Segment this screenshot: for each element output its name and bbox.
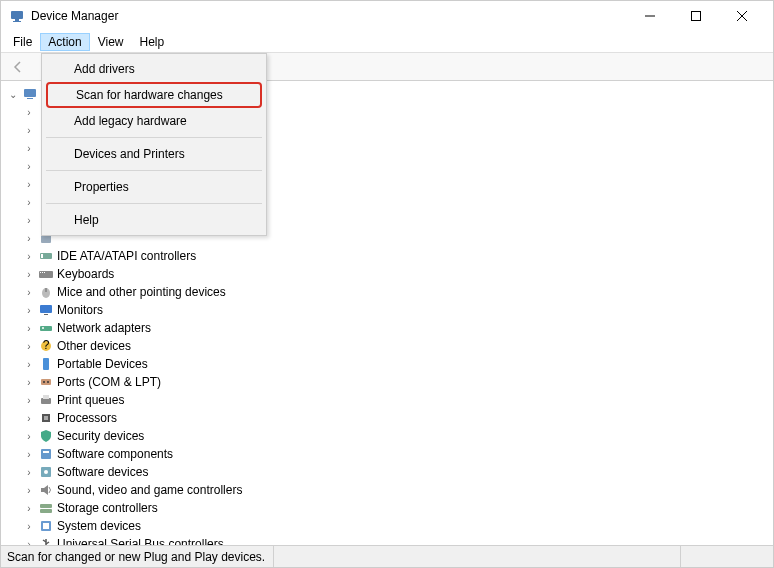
cpu-icon xyxy=(38,410,54,426)
expander-icon[interactable]: › xyxy=(23,269,35,280)
expander-icon[interactable]: › xyxy=(23,143,35,154)
svg-rect-36 xyxy=(43,395,49,399)
expander-icon[interactable]: › xyxy=(23,395,35,406)
tree-item-label: Processors xyxy=(57,411,117,425)
tree-item-label: Monitors xyxy=(57,303,103,317)
expander-icon[interactable]: › xyxy=(23,233,35,244)
port-icon xyxy=(38,374,54,390)
expander-icon[interactable]: › xyxy=(23,287,35,298)
tree-item-label: System devices xyxy=(57,519,141,533)
expander-icon[interactable]: › xyxy=(23,251,35,262)
expander-icon[interactable]: ⌄ xyxy=(7,89,19,100)
expander-icon[interactable]: › xyxy=(23,305,35,316)
tree-item[interactable]: ›Security devices xyxy=(7,427,773,445)
statusbar: Scan for changed or new Plug and Play de… xyxy=(1,545,773,567)
maximize-button[interactable] xyxy=(673,1,719,31)
tree-item[interactable]: ›Universal Serial Bus controllers xyxy=(7,535,773,545)
expander-icon[interactable]: › xyxy=(23,359,35,370)
tree-item-label: Software devices xyxy=(57,465,148,479)
ide-icon xyxy=(38,248,54,264)
tree-item[interactable]: ›Software components xyxy=(7,445,773,463)
menu-item-devices-and-printers[interactable]: Devices and Printers xyxy=(44,141,264,167)
svg-rect-26 xyxy=(44,314,48,315)
svg-rect-31 xyxy=(43,358,49,370)
expander-icon[interactable]: › xyxy=(23,179,35,190)
tree-item[interactable]: ›?Other devices xyxy=(7,337,773,355)
menu-separator xyxy=(46,137,262,138)
expander-icon[interactable]: › xyxy=(23,521,35,532)
svg-rect-20 xyxy=(40,272,41,273)
tree-item-label: Storage controllers xyxy=(57,501,158,515)
tree-item[interactable]: ›IDE ATA/ATAPI controllers xyxy=(7,247,773,265)
tree-item[interactable]: ›Monitors xyxy=(7,301,773,319)
svg-rect-19 xyxy=(39,271,53,278)
svg-rect-44 xyxy=(40,509,52,513)
svg-rect-39 xyxy=(41,449,51,459)
minimize-button[interactable] xyxy=(627,1,673,31)
mouse-icon xyxy=(38,284,54,300)
expander-icon[interactable]: › xyxy=(23,323,35,334)
expander-icon[interactable]: › xyxy=(23,413,35,424)
tree-item-label: Other devices xyxy=(57,339,131,353)
menu-file[interactable]: File xyxy=(5,33,40,51)
tree-item-label: Portable Devices xyxy=(57,357,148,371)
expander-icon[interactable]: › xyxy=(23,485,35,496)
expander-icon[interactable]: › xyxy=(23,215,35,226)
tree-item[interactable]: ›Storage controllers xyxy=(7,499,773,517)
expander-icon[interactable]: › xyxy=(23,125,35,136)
back-button[interactable] xyxy=(7,56,29,78)
tree-item[interactable]: ›Keyboards xyxy=(7,265,773,283)
tree-item[interactable]: ›Mice and other pointing devices xyxy=(7,283,773,301)
svg-rect-40 xyxy=(43,451,49,453)
svg-rect-22 xyxy=(44,272,45,273)
statusbar-cell-2 xyxy=(571,546,681,567)
other-icon: ? xyxy=(38,338,54,354)
menu-help[interactable]: Help xyxy=(132,33,173,51)
keyboard-icon xyxy=(38,266,54,282)
svg-rect-38 xyxy=(44,416,48,420)
menu-item-add-drivers[interactable]: Add drivers xyxy=(44,56,264,82)
security-icon xyxy=(38,428,54,444)
tree-item[interactable]: ›Processors xyxy=(7,409,773,427)
svg-rect-4 xyxy=(692,12,701,21)
expander-icon[interactable]: › xyxy=(23,449,35,460)
statusbar-text: Scan for changed or new Plug and Play de… xyxy=(7,546,274,567)
tree-item-label: Mice and other pointing devices xyxy=(57,285,226,299)
expander-icon[interactable]: › xyxy=(23,341,35,352)
tree-item[interactable]: ›Print queues xyxy=(7,391,773,409)
svg-point-33 xyxy=(43,381,45,383)
storage-icon xyxy=(38,500,54,516)
svg-rect-27 xyxy=(40,326,52,331)
printer-icon xyxy=(38,392,54,408)
statusbar-cell-3 xyxy=(689,546,759,567)
menubar: File Action View Help xyxy=(1,31,773,53)
tree-item[interactable]: ›Sound, video and game controllers xyxy=(7,481,773,499)
tree-item[interactable]: ›Software devices xyxy=(7,463,773,481)
menu-item-add-legacy-hardware[interactable]: Add legacy hardware xyxy=(44,108,264,134)
svg-rect-1 xyxy=(15,19,19,21)
menu-view[interactable]: View xyxy=(90,33,132,51)
window-title: Device Manager xyxy=(31,9,627,23)
expander-icon[interactable]: › xyxy=(23,161,35,172)
tree-item[interactable]: ›System devices xyxy=(7,517,773,535)
menu-separator xyxy=(46,170,262,171)
menu-item-scan-for-hardware-changes[interactable]: Scan for hardware changes xyxy=(46,82,262,108)
svg-rect-46 xyxy=(43,523,49,529)
menu-item-properties[interactable]: Properties xyxy=(44,174,264,200)
close-button[interactable] xyxy=(719,1,765,31)
expander-icon[interactable]: › xyxy=(23,431,35,442)
expander-icon[interactable]: › xyxy=(23,377,35,388)
svg-rect-7 xyxy=(24,89,36,97)
tree-item-label: Universal Serial Bus controllers xyxy=(57,537,224,545)
tree-item[interactable]: ›Network adapters xyxy=(7,319,773,337)
expander-icon[interactable]: › xyxy=(23,197,35,208)
expander-icon[interactable]: › xyxy=(23,503,35,514)
titlebar: Device Manager xyxy=(1,1,773,31)
svg-rect-18 xyxy=(41,254,43,258)
tree-item[interactable]: ›Portable Devices xyxy=(7,355,773,373)
tree-item[interactable]: ›Ports (COM & LPT) xyxy=(7,373,773,391)
menu-action[interactable]: Action xyxy=(40,33,89,51)
expander-icon[interactable]: › xyxy=(23,467,35,478)
expander-icon[interactable]: › xyxy=(23,107,35,118)
menu-item-help[interactable]: Help xyxy=(44,207,264,233)
